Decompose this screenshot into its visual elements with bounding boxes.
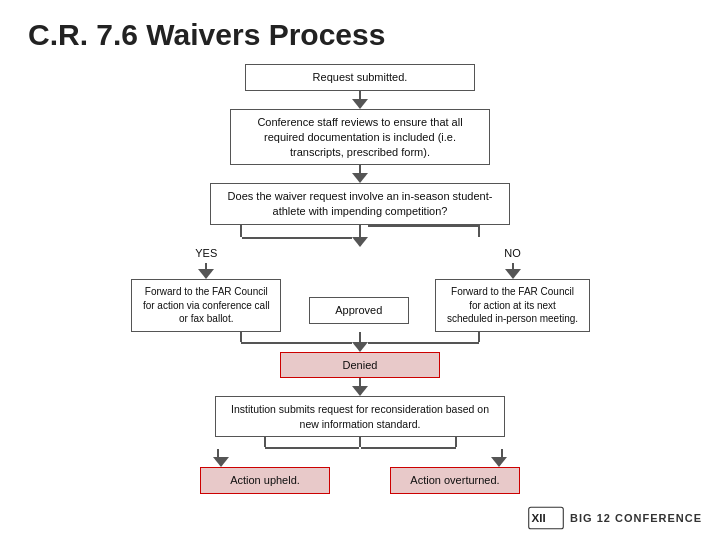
arrow-line	[359, 91, 361, 99]
box-waiver-question: Does the waiver request involve an in-se…	[210, 183, 510, 225]
yes-side: YES Forward to the FAR Council for actio…	[130, 247, 283, 332]
asl-v2	[217, 449, 219, 457]
logo-area: XII BIG 12 CONFERENCE	[528, 506, 702, 530]
page-title: C.R. 7.6 Waivers Process	[28, 18, 692, 52]
flowchart: Request submitted. Conference staff revi…	[28, 64, 692, 494]
right-h-left	[368, 225, 478, 227]
center-arrow-head	[352, 237, 368, 247]
ml-hline	[241, 342, 352, 344]
mc-v	[359, 332, 361, 342]
no-label: NO	[504, 247, 521, 259]
asr-head	[491, 457, 507, 467]
page: C.R. 7.6 Waivers Process Request submitt…	[0, 0, 720, 540]
merge-arrows	[130, 332, 590, 352]
yes-no-labels-row: YES Forward to the FAR Council for actio…	[130, 247, 590, 332]
left-v-line-top	[240, 225, 242, 237]
box-right-action: Forward to the FAR Council for action at…	[435, 279, 590, 332]
asl-h	[170, 447, 359, 449]
denied-arrow-head	[352, 386, 368, 396]
no-side: NO Forward to the FAR Council for action…	[435, 247, 590, 332]
left-branch	[130, 225, 352, 239]
box-reconsider: Institution submits request for reconsid…	[215, 396, 505, 436]
box-approved: Approved	[309, 297, 409, 324]
branch-section	[130, 225, 590, 247]
mr-hline	[368, 342, 479, 344]
asl-hline	[265, 447, 360, 449]
yes-label: YES	[195, 247, 217, 259]
left-h-group	[130, 237, 352, 239]
center-branch	[352, 225, 368, 247]
asr-hline	[361, 447, 456, 449]
asr-h	[361, 447, 550, 449]
arrow-line-2	[359, 165, 361, 173]
arrow-head	[352, 99, 368, 109]
center-v-line	[359, 225, 361, 237]
right-center-col	[478, 225, 480, 237]
denied-arrow-line	[359, 378, 361, 386]
asr-v	[455, 437, 457, 447]
yes-arrow-head	[198, 269, 214, 279]
box-request-submitted: Request submitted.	[245, 64, 475, 91]
svg-text:XII: XII	[532, 512, 546, 524]
mr-v	[478, 332, 480, 342]
ml-v	[240, 332, 242, 342]
action-row: Action upheld. Action overturned.	[28, 467, 692, 494]
merge-center	[352, 332, 368, 352]
mc-head	[352, 342, 368, 352]
r-v	[478, 225, 480, 237]
merge-left	[130, 332, 352, 344]
arrow-head-2	[352, 173, 368, 183]
no-arrow-head	[505, 269, 521, 279]
ml-h	[130, 342, 352, 344]
center-approved: Approved	[283, 247, 436, 324]
asr-v2	[501, 449, 503, 457]
right-branch	[368, 225, 590, 237]
arrow-1	[352, 91, 368, 109]
box-staff-reviews: Conference staff reviews to ensure that …	[230, 109, 490, 166]
arrow-denied	[352, 378, 368, 396]
box-upheld: Action upheld.	[200, 467, 330, 494]
left-h-right	[242, 237, 352, 239]
big12-logo-icon: XII	[528, 506, 564, 530]
arrow-2	[352, 165, 368, 183]
box-left-action: Forward to the FAR Council for action vi…	[131, 279, 281, 332]
action-split-right	[361, 437, 550, 467]
merge-right	[368, 332, 590, 344]
box-overturned: Action overturned.	[390, 467, 520, 494]
action-split	[170, 437, 550, 467]
mr-h	[368, 342, 590, 344]
asl-head	[213, 457, 229, 467]
action-split-left	[170, 437, 359, 467]
right-h-group	[368, 225, 590, 237]
box-denied: Denied	[280, 352, 440, 379]
asl-v	[264, 437, 266, 447]
logo-label: BIG 12 CONFERENCE	[570, 512, 702, 524]
